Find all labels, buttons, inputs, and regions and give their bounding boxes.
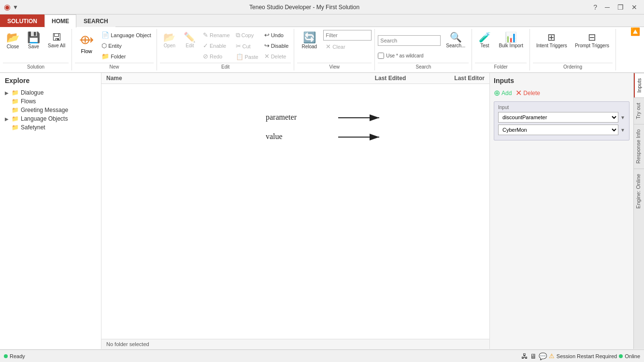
delete-input-button[interactable]: ✕ Delete [515,88,540,97]
enable-button[interactable]: ✓ Enable [200,41,232,51]
prompt-triggers-button[interactable]: ⊟ Prompt Triggers [572,30,613,51]
app-icon: ◉ [4,2,11,12]
content-header: Name Last Edited Last Editor [101,73,489,84]
sidebar-item-flows[interactable]: 📁 Flows [0,97,101,106]
delete-label: Delete [271,54,286,59]
clear-label: Clear [332,44,345,50]
inputs-panel: Inputs ⊕ Add ✕ Delete Input discountPara… [490,73,633,349]
close-button[interactable]: 📂 Close [3,30,23,52]
ribbon-group-ordering: ⊞ Intent Triggers ⊟ Prompt Triggers Orde… [530,29,616,70]
edit-label: Edit [186,43,194,48]
side-tab-response-info[interactable]: Response Info [634,124,644,168]
close-icon: 📂 [6,32,19,43]
input-field-label: Input [498,105,625,110]
sidebar-item-language-objects[interactable]: ▶ 📁 Language Objects [0,114,101,123]
ribbon-group-edit: 📂 Open ✏️ Edit ✎ Rename ✓ Enable ⊘ Redo [157,29,294,70]
edit-small-stack-3: ↩ Undo ↪ Disable ✕ Delete [262,30,291,61]
ribbon-group-new: ⟴ Flow 📄 Language Object ⬡ Entity 📁 Fold… [72,29,157,70]
side-tab-engine-online[interactable]: Engine: Online [634,168,644,213]
parameter-dropdown-icon: ▼ [620,115,625,120]
rename-button[interactable]: ✎ Rename [200,30,232,40]
bulk-import-button[interactable]: 📊 Bulk Import [495,30,527,51]
edit-group-label: Edit [160,63,291,70]
redo-icon: ↪ [264,42,270,49]
wildcard-checkbox[interactable] [378,53,384,59]
undo-button[interactable]: ↩ Undo [262,30,291,40]
delete-icon: ✕ [515,88,522,97]
side-tabs: Inputs Try out Response Info Engine: Onl… [633,73,644,349]
tab-search[interactable]: SEARCH [76,14,115,27]
delete-button[interactable]: ✕ Delete [262,51,291,61]
search-execute-label: Search... [446,43,465,48]
tab-home[interactable]: HOME [44,14,76,28]
value-select[interactable]: CyberMon [498,125,618,135]
annotation-area: parameter value [101,84,489,339]
tab-solution[interactable]: SOLUTION [0,14,44,27]
add-input-button[interactable]: ⊕ Add [494,88,512,97]
close-button[interactable]: ✕ [629,3,640,11]
test-icon: 🧪 [479,32,491,42]
view-group-content: 🔄 Reload ✕ Clear [297,30,372,62]
open-button[interactable]: 📂 Open [160,30,179,51]
search-input[interactable] [378,35,441,46]
parameter-select[interactable]: discountParameter [498,112,618,123]
sidebar-item-dialogue[interactable]: ▶ 📁 Dialogue [0,88,101,97]
intent-triggers-button[interactable]: ⊞ Intent Triggers [533,30,571,51]
help-button[interactable]: ? [590,3,600,11]
new-group-content: ⟴ Flow 📄 Language Object ⬡ Entity 📁 Fold… [75,30,154,62]
disable-button[interactable]: ⊘ Redo [200,51,232,61]
save-label: Save [28,44,39,49]
reload-button[interactable]: 🔄 Reload [297,30,321,52]
paste-button[interactable]: 📋 Paste [233,52,261,62]
side-tab-inputs[interactable]: Inputs [634,73,644,97]
clear-button[interactable]: ✕ Clear [323,42,372,52]
restore-button[interactable]: ❐ [615,3,627,11]
test-button[interactable]: 🧪 Test [475,30,494,51]
ready-label: Ready [10,353,25,359]
sidebar-item-safetynet[interactable]: 📁 Safetynet [0,123,101,132]
open-label: Open [164,43,175,48]
minimize-button[interactable]: ─ [602,3,613,11]
side-tab-try-out[interactable]: Try out [634,97,644,124]
new-small-stack: 📄 Language Object ⬡ Entity 📁 Folder [99,30,154,61]
new-group-label: New [75,63,154,70]
reload-icon: 🔄 [303,32,316,43]
redo-button[interactable]: ↪ Disable [262,41,291,51]
quick-save-icon[interactable]: ▼ [13,4,18,11]
paste-icon: 📋 [236,53,243,60]
copy-label: Copy [242,32,254,38]
flow-button[interactable]: ⟴ Flow [75,30,98,56]
entity-button[interactable]: ⬡ Entity [99,41,154,51]
folder-label: Folder [111,54,126,59]
clear-icon: ✕ [326,43,331,50]
open-icon: 📂 [163,32,175,42]
last-editor-column-header: Last Editor [454,75,485,82]
intent-triggers-icon: ⊞ [547,32,556,42]
bulk-import-label: Bulk Import [499,43,523,48]
monitor-icon: 🖥 [530,352,537,360]
ready-dot [4,354,8,358]
chat-icon: 💬 [539,352,547,360]
online-dot [619,354,623,358]
add-icon: ⊕ [494,88,500,97]
language-object-button[interactable]: 📄 Language Object [99,30,154,40]
parameter-arrow [338,111,386,125]
filter-input[interactable] [323,30,372,41]
cut-button[interactable]: ✂ Cut [233,41,261,51]
sidebar-title: Explore [0,77,101,88]
sidebar-item-greeting[interactable]: 📁 Greeting Message [0,106,101,114]
ribbon-collapse-button[interactable]: 🔼 [630,27,640,36]
main-area: Explore ▶ 📁 Dialogue 📁 Flows 📁 Greeting … [0,73,644,349]
undo-icon: ↩ [264,31,270,39]
edit-button[interactable]: ✏️ Edit [180,30,200,51]
edit-group-content: 📂 Open ✏️ Edit ✎ Rename ✓ Enable ⊘ Redo [160,30,291,62]
search-execute-icon: 🔍 [450,32,462,42]
search-group-content: 🔍 Search... Use * as wildcard [378,30,469,62]
close-label: Close [7,44,19,49]
copy-button[interactable]: ⧉ Copy [233,30,261,41]
save-all-button[interactable]: 🖫 Save All [44,30,69,51]
search-execute-button[interactable]: 🔍 Search... [443,30,469,51]
folder-button[interactable]: 📁 Folder [99,51,154,61]
disable-icon: ⊘ [203,53,208,60]
save-button[interactable]: 💾 Save [24,30,43,52]
